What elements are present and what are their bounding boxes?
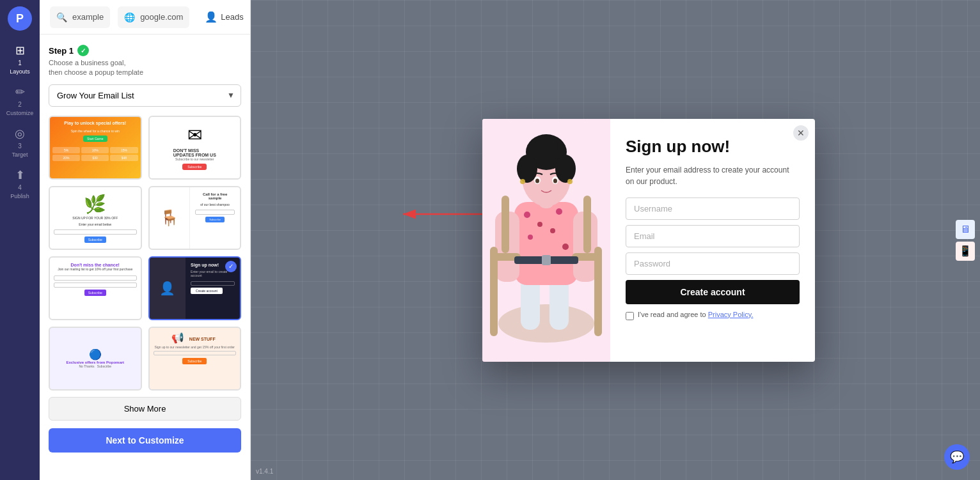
goal-dropdown[interactable]: Grow Your Email List Increase Sales Buil…	[49, 84, 241, 107]
sidebar-item-target[interactable]: ◎ 3 Target	[3, 121, 37, 160]
sidebar-item-text: Target	[12, 151, 28, 158]
svg-point-7	[524, 212, 530, 218]
leads-nav-link[interactable]: 👤 Leads	[205, 11, 243, 23]
goal-dropdown-wrap: Grow Your Email List Increase Sales Buil…	[49, 84, 241, 107]
url-domain-bar: 🌐 google.com	[118, 6, 189, 28]
chat-button[interactable]: 💬	[944, 444, 970, 470]
dont-miss-sub-text: Subscribe to our newsletter	[175, 157, 214, 161]
chair-icon: 🪑	[160, 209, 179, 227]
publish-icon: ⬆	[15, 168, 25, 182]
policy-text: I've read and agree to Privacy Policy.	[638, 311, 753, 318]
url-domain-text: google.com	[140, 12, 183, 22]
password-input[interactable]	[626, 252, 800, 275]
svg-point-25	[520, 179, 525, 184]
template-card-7[interactable]: 🔵 Exclusive offers from Popomart No Than…	[49, 327, 142, 391]
step-number: Step 1	[49, 46, 74, 56]
popup-content-side: ✕ Sign up now! Enter your email address …	[610, 119, 815, 362]
sidebar-item-label: 3	[18, 143, 22, 150]
app-logo[interactable]: P	[8, 6, 32, 31]
sidebar-item-text: Customize	[6, 110, 34, 116]
popup-modal: ✕ Sign up now! Enter your email address …	[482, 119, 815, 362]
sidebar-item-text: Layouts	[10, 68, 30, 75]
desktop-view-button[interactable]: 🖥	[956, 220, 975, 239]
canvas-right-panel: 🖥 📱	[956, 220, 975, 261]
create-account-button[interactable]: Create account	[626, 280, 800, 304]
mobile-view-button[interactable]: 📱	[956, 242, 975, 261]
svg-point-3	[498, 304, 594, 343]
template-card-2[interactable]: ✉ DON'T MISSUPDATES FROM US Subscribe to…	[148, 116, 242, 180]
step-badge: Step 1 ✓	[49, 45, 241, 56]
svg-point-12	[562, 244, 569, 250]
url-example-icon: 🔍	[56, 12, 67, 22]
svg-point-20	[555, 155, 576, 183]
template-grid: Play to unlock special offers! Spin the …	[49, 116, 241, 391]
popup-model-image	[482, 119, 610, 362]
megaphone-icon: 📢	[171, 332, 184, 344]
url-example-text: example	[72, 12, 104, 22]
subscribe-btn: Subscribe	[182, 164, 207, 170]
url-bar: 🔍 example	[50, 6, 110, 28]
popup-description: Enter your email address to create your …	[626, 164, 800, 187]
target-icon: ◎	[15, 127, 25, 141]
svg-rect-31	[502, 196, 509, 253]
popup-image-side	[482, 119, 610, 362]
policy-checkbox[interactable]	[626, 312, 634, 320]
template-panel-inner: Step 1 ✓ Choose a business goal, then ch…	[40, 35, 250, 480]
policy-checkbox-row: I've read and agree to Privacy Policy.	[626, 311, 800, 320]
icon-sidebar: P ⊞ 1 Layouts ✏ 2 Customize ◎ 3 Target ⬆…	[0, 0, 40, 480]
popup-close-button[interactable]: ✕	[793, 125, 809, 141]
sidebar-item-text: Publish	[10, 193, 29, 199]
svg-point-18	[535, 135, 558, 156]
envelope-icon: ✉	[187, 125, 202, 146]
svg-point-26	[567, 179, 573, 184]
template-panel: 🔍 example 🌐 google.com 👤 Leads 📈 Analyti…	[40, 0, 251, 480]
customize-icon: ✏	[15, 85, 25, 99]
template-card-4[interactable]: 🪑 Call for a free sample of our best sha…	[148, 186, 242, 250]
template-card-3[interactable]: 🌿 SIGN UP FOR YOUR 30% OFF Enter your em…	[49, 186, 142, 250]
step-header: Step 1 ✓ Choose a business goal, then ch…	[49, 45, 241, 78]
step-check-icon: ✓	[77, 45, 89, 56]
privacy-policy-link[interactable]: Privacy Policy.	[708, 311, 754, 318]
sidebar-item-publish[interactable]: ⬆ 4 Publish	[3, 163, 37, 202]
top-bar-right: 👤 Leads 📈 Analytics ⚙ Account SAVE SAVE …	[205, 3, 251, 31]
dark-figure-icon: 👤	[159, 281, 175, 296]
popomart-icon: 🔵	[89, 348, 102, 360]
selected-check-badge: ✓	[225, 261, 237, 272]
globe-icon: 🌐	[124, 12, 135, 22]
template-card-5[interactable]: Don't miss the chance! Join our mailing …	[49, 256, 142, 320]
svg-rect-30	[594, 247, 602, 336]
canvas-area: ✕ Sign up now! Enter your email address …	[251, 0, 980, 480]
dont-miss-text: DON'T MISSUPDATES FROM US	[173, 148, 216, 157]
sidebar-item-customize[interactable]: ✏ 2 Customize	[3, 80, 37, 119]
svg-rect-32	[583, 196, 591, 253]
svg-point-11	[528, 235, 533, 240]
template-card-1[interactable]: Play to unlock special offers! Spin the …	[49, 116, 142, 180]
svg-point-24	[553, 178, 557, 183]
template-card-8[interactable]: 📢 NEW STUFF Sign up to our newsletter an…	[148, 327, 242, 391]
sidebar-item-layouts[interactable]: ⊞ 1 Layouts	[3, 38, 37, 77]
sidebar-item-label: 1	[18, 59, 22, 66]
username-input[interactable]	[626, 197, 800, 220]
main-area: ✕ Sign up now! Enter your email address …	[251, 0, 980, 480]
svg-point-19	[517, 155, 537, 183]
version-badge: v1.4.1	[256, 468, 273, 475]
plant-icon: 🌿	[50, 187, 141, 215]
leads-icon: 👤	[205, 11, 217, 23]
sidebar-item-label: 2	[18, 101, 22, 108]
svg-point-23	[535, 178, 539, 183]
email-input[interactable]	[626, 225, 800, 247]
svg-point-9	[556, 208, 562, 215]
svg-point-10	[550, 228, 555, 233]
step-description: Choose a business goal, then choose a po…	[49, 58, 241, 78]
svg-rect-34	[542, 255, 551, 265]
layouts-icon: ⊞	[15, 43, 25, 58]
svg-rect-6	[514, 202, 578, 285]
svg-rect-29	[490, 247, 498, 336]
popup-title: Sign up now!	[626, 137, 800, 157]
template-card-6[interactable]: ✓ 👤 Sign up now! Enter your email to cre…	[148, 256, 242, 320]
top-bar: 🔍 example 🌐 google.com 👤 Leads 📈 Analyti…	[40, 0, 250, 35]
svg-point-8	[537, 222, 542, 227]
next-to-customize-button[interactable]: Next to Customize	[49, 428, 241, 453]
sidebar-item-label: 4	[18, 184, 22, 191]
show-more-button[interactable]: Show More	[49, 397, 241, 421]
